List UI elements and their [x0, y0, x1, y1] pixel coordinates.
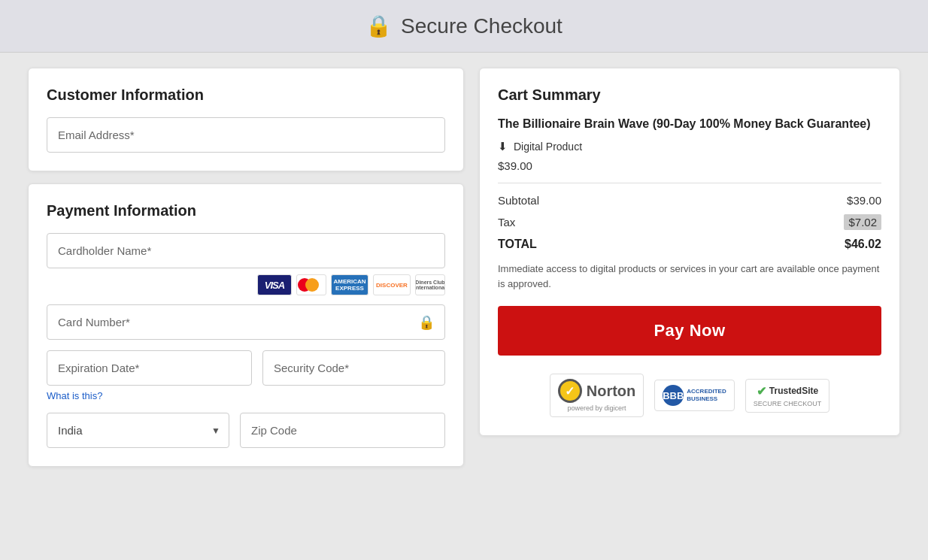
subtotal-value: $39.00	[847, 194, 881, 207]
page-title: Secure Checkout	[401, 14, 563, 38]
trusted-site-top: ✔ TrustedSite	[757, 384, 818, 398]
expiration-date-field[interactable]	[47, 350, 252, 386]
customer-info-card: Customer Information	[28, 68, 464, 171]
mastercard-icon	[296, 274, 326, 295]
card-lock-icon: 🔒	[418, 314, 435, 331]
tax-row: Tax $7.02	[498, 214, 881, 230]
what-is-this-link[interactable]: What is this?	[47, 390, 102, 401]
total-label: TOTAL	[498, 238, 537, 251]
amex-icon: AMERICANEXPRESS	[331, 274, 368, 295]
total-value: $46.02	[845, 238, 881, 251]
tax-value: $7.02	[844, 214, 881, 230]
norton-text: Norton	[587, 383, 636, 400]
norton-sub: powered by digicert	[567, 404, 626, 412]
lock-icon: 🔒	[365, 14, 392, 38]
cardholder-name-field[interactable]	[47, 233, 445, 268]
trust-badges: ✓ Norton powered by digicert BBB ACCREDI…	[498, 374, 881, 417]
visa-icon: VISA	[257, 274, 292, 295]
product-price: $39.00	[498, 159, 881, 172]
tax-label: Tax	[498, 216, 515, 229]
email-field[interactable]	[47, 117, 445, 153]
norton-badge-top: ✓ Norton	[558, 379, 636, 403]
zip-code-field[interactable]	[240, 413, 445, 448]
card-number-wrapper: 🔒	[47, 304, 445, 340]
subtotal-label: Subtotal	[498, 194, 539, 207]
payment-info-card: Payment Information VISA AMERICANEXPRESS…	[28, 183, 464, 467]
trusted-site-badge: ✔ TrustedSite SECURE CHECKOUT	[745, 379, 830, 413]
diners-icon: Diners ClubInternational	[415, 274, 445, 295]
product-name: The Billionaire Brain Wave (90-Day 100% …	[498, 116, 881, 132]
exp-security-row	[47, 350, 445, 386]
customer-info-title: Customer Information	[47, 86, 445, 104]
country-select[interactable]: India United States United Kingdom Canad…	[47, 413, 229, 448]
access-note: Immediate access to digital products or …	[498, 262, 881, 291]
payment-info-title: Payment Information	[47, 202, 445, 219]
digital-label: Digital Product	[514, 141, 582, 153]
country-wrapper: India United States United Kingdom Canad…	[47, 413, 229, 448]
download-icon: ⬇	[498, 140, 508, 153]
cart-divider	[498, 183, 881, 183]
security-code-field[interactable]	[262, 350, 445, 386]
header: 🔒 Secure Checkout	[0, 0, 928, 53]
card-icons: VISA AMERICANEXPRESS DISCOVER Diners Clu…	[47, 274, 445, 295]
total-row: TOTAL $46.02	[498, 238, 881, 251]
trusted-check-icon: ✔	[757, 384, 766, 398]
left-panel: Customer Information Payment Information…	[28, 68, 464, 467]
norton-checkmark-icon: ✓	[558, 379, 582, 403]
card-number-field[interactable]	[47, 304, 445, 340]
cart-title: Cart Summary	[498, 86, 881, 104]
bbb-badge: BBB ACCREDITEDBUSINESS	[654, 380, 734, 411]
norton-badge: ✓ Norton powered by digicert	[550, 374, 644, 417]
cart-summary-card: Cart Summary The Billionaire Brain Wave …	[479, 68, 900, 436]
trusted-label: TrustedSite	[769, 386, 818, 396]
discover-icon: DISCOVER	[373, 274, 411, 295]
main-content: Customer Information Payment Information…	[13, 53, 915, 482]
trusted-sub: SECURE CHECKOUT	[754, 400, 822, 407]
bbb-logo: BBB ACCREDITEDBUSINESS	[663, 385, 726, 406]
bbb-text: ACCREDITEDBUSINESS	[687, 388, 726, 404]
subtotal-row: Subtotal $39.00	[498, 194, 881, 207]
country-zip-row: India United States United Kingdom Canad…	[47, 413, 445, 448]
digital-product-row: ⬇ Digital Product	[498, 140, 881, 153]
pay-now-button[interactable]: Pay Now	[498, 306, 881, 356]
bbb-circle-icon: BBB	[663, 385, 684, 406]
right-panel: Cart Summary The Billionaire Brain Wave …	[479, 68, 900, 467]
